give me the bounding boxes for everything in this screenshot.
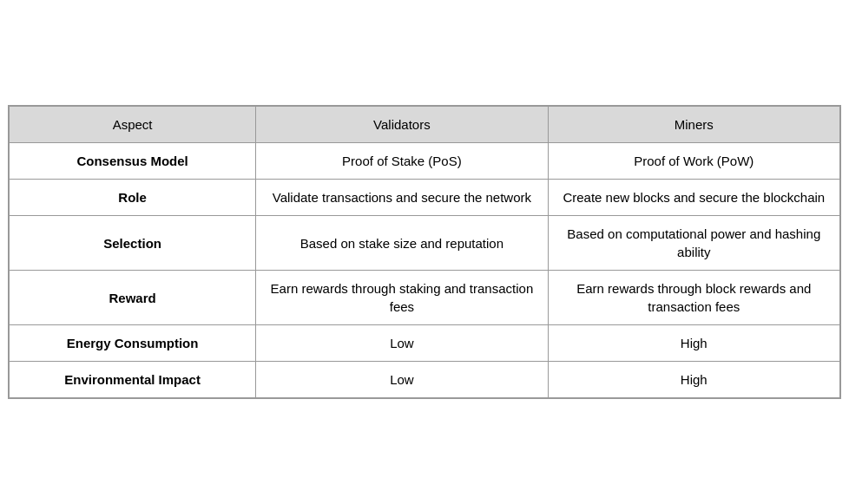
miners-cell-1: Create new blocks and secure the blockch… <box>548 180 839 216</box>
miners-cell-4: High <box>548 325 839 362</box>
aspect-cell-4: Energy Consumption <box>10 325 256 362</box>
table-row: RewardEarn rewards through staking and t… <box>10 271 840 325</box>
validators-cell-5: Low <box>256 362 548 398</box>
table-header-row: Aspect Validators Miners <box>10 107 840 143</box>
validators-cell-3: Earn rewards through staking and transac… <box>256 271 548 325</box>
table-row: SelectionBased on stake size and reputat… <box>10 216 840 271</box>
header-miners: Miners <box>548 107 839 143</box>
miners-cell-2: Based on computational power and hashing… <box>548 216 839 271</box>
validators-cell-2: Based on stake size and reputation <box>256 216 548 271</box>
aspect-cell-1: Role <box>10 180 256 216</box>
miners-cell-5: High <box>548 362 839 398</box>
table-row: Consensus ModelProof of Stake (PoS)Proof… <box>10 143 840 180</box>
miners-cell-0: Proof of Work (PoW) <box>548 143 839 180</box>
header-validators: Validators <box>256 107 548 143</box>
validators-cell-1: Validate transactions and secure the net… <box>256 180 548 216</box>
aspect-cell-5: Environmental Impact <box>10 362 256 398</box>
aspect-cell-2: Selection <box>10 216 256 271</box>
table-row: Energy ConsumptionLowHigh <box>10 325 840 362</box>
header-aspect: Aspect <box>10 107 256 143</box>
comparison-table: Aspect Validators Miners Consensus Model… <box>8 105 841 399</box>
table-row: Environmental ImpactLowHigh <box>10 362 840 398</box>
aspect-cell-3: Reward <box>10 271 256 325</box>
validators-cell-4: Low <box>256 325 548 362</box>
table-row: RoleValidate transactions and secure the… <box>10 180 840 216</box>
miners-cell-3: Earn rewards through block rewards and t… <box>548 271 839 325</box>
aspect-cell-0: Consensus Model <box>10 143 256 180</box>
validators-cell-0: Proof of Stake (PoS) <box>256 143 548 180</box>
